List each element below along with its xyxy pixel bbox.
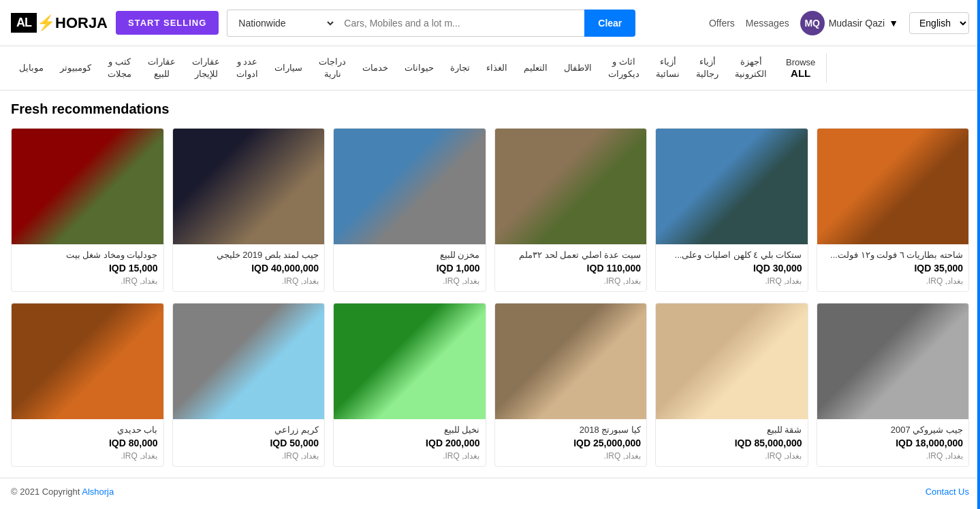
- avatar: MQ: [800, 11, 825, 35]
- product-title: شاحته بطاريات ٦ فولت و١٢ فولت...: [823, 250, 964, 260]
- product-image: [495, 129, 647, 244]
- product-price: IQD 15,000: [17, 263, 158, 274]
- categories-nav: Browse ALL أجهزةالكترونية أزياءرجالية أز…: [0, 46, 980, 91]
- logo-icon: AL: [11, 13, 37, 33]
- product-location: بغداد, IRQ.: [823, 276, 964, 286]
- cat-cars[interactable]: سيارات: [266, 58, 311, 78]
- product-card[interactable]: شاحته بطاريات ٦ فولت و١٢ فولت... IQD 35,…: [817, 128, 970, 292]
- brand-link[interactable]: Alshorja: [82, 487, 114, 497]
- product-price: IQD 110,000: [501, 263, 642, 274]
- cat-food[interactable]: الغذاء: [478, 58, 516, 78]
- product-image: [173, 303, 325, 419]
- cat-books[interactable]: كتب ومجلات: [99, 52, 140, 84]
- product-info: جودليات ومخاد شغل بيت IQD 15,000 بغداد, …: [12, 244, 163, 291]
- product-card[interactable]: باب حديدي IQD 80,000 بغداد, IRQ.: [11, 303, 164, 467]
- product-info: كريم زراعي IQD 50,000 بغداد, IRQ.: [173, 419, 325, 466]
- cat-mobiles[interactable]: موبايل: [11, 58, 52, 78]
- product-location: بغداد, IRQ.: [501, 451, 642, 461]
- browse-label: Browse: [786, 57, 815, 67]
- product-price: IQD 80,000: [17, 438, 158, 448]
- cat-mens-fashion[interactable]: أزياءرجالية: [688, 52, 727, 84]
- product-title: كريم زراعي: [178, 425, 319, 435]
- product-card[interactable]: كريم زراعي IQD 50,000 بغداد, IRQ.: [172, 303, 326, 467]
- scroll-accent: [977, 0, 980, 505]
- browse-all-button[interactable]: Browse ALL: [775, 53, 827, 83]
- product-location: بغداد, IRQ.: [661, 276, 802, 286]
- product-image: [334, 303, 486, 419]
- footer: © 2021 Copyright Alshorja Contact Us: [0, 478, 980, 505]
- product-title: ستكات بلي ٤ كلهن اصليات وعلى...: [661, 250, 802, 260]
- user-name: Mudasir Qazi: [829, 18, 885, 29]
- product-price: IQD 40,000,000: [178, 263, 319, 274]
- cat-motorcycles[interactable]: دراجاتنارية: [311, 52, 354, 84]
- cat-electronics[interactable]: أجهزةالكترونية: [727, 52, 775, 84]
- all-label: ALL: [791, 67, 810, 79]
- product-location: بغداد, IRQ.: [661, 451, 802, 461]
- logo[interactable]: AL ⚡HORJA: [11, 13, 108, 33]
- search-input[interactable]: [336, 10, 584, 37]
- cat-kids[interactable]: الاطفال: [556, 58, 600, 78]
- product-location: بغداد, IRQ.: [178, 451, 319, 461]
- product-card[interactable]: شقة للبيع IQD 85,000,000 بغداد, IRQ.: [655, 303, 808, 467]
- product-card[interactable]: سيت عدة اصلي تعمل لحد ٣٢ملم IQD 110,000 …: [494, 128, 648, 292]
- cat-education[interactable]: التعليم: [516, 58, 556, 78]
- product-title: مخزن للبيع: [339, 250, 480, 260]
- cat-animals[interactable]: حيوانات: [396, 58, 442, 78]
- product-price: IQD 50,000: [178, 438, 319, 448]
- product-title: باب حديدي: [17, 425, 158, 435]
- product-location: بغداد, IRQ.: [339, 451, 480, 461]
- messages-link[interactable]: Messages: [746, 18, 789, 29]
- product-image: [173, 129, 325, 244]
- products-grid-row2: باب حديدي IQD 80,000 بغداد, IRQ. كريم زر…: [11, 303, 969, 467]
- product-info: نخيل للبيع IQD 200,000 بغداد, IRQ.: [334, 419, 486, 466]
- product-card[interactable]: كيا سبورتج 2018 IQD 25,000,000 بغداد, IR…: [494, 303, 648, 467]
- product-info: كيا سبورتج 2018 IQD 25,000,000 بغداد, IR…: [495, 419, 647, 466]
- product-image: [495, 303, 647, 419]
- product-location: بغداد, IRQ.: [17, 276, 158, 286]
- clear-button[interactable]: Clear: [584, 10, 635, 37]
- product-title: جيب لمتد بلص 2019 خليجي: [178, 250, 319, 260]
- offers-link[interactable]: Offers: [709, 18, 735, 29]
- copyright-text: © 2021 Copyright Alshorja: [11, 487, 114, 497]
- user-area[interactable]: MQ Mudasir Qazi ▼: [800, 11, 898, 35]
- product-location: بغداد, IRQ.: [823, 451, 964, 461]
- cat-computers[interactable]: كومبيوتر: [52, 58, 99, 78]
- header-right: Offers Messages MQ Mudasir Qazi ▼ Englis…: [709, 11, 969, 35]
- product-image: [656, 303, 808, 419]
- product-location: بغداد, IRQ.: [17, 451, 158, 461]
- product-info: سيت عدة اصلي تعمل لحد ٣٢ملم IQD 110,000 …: [495, 244, 647, 291]
- product-location: بغداد, IRQ.: [178, 276, 319, 286]
- location-select[interactable]: Nationwide: [227, 10, 336, 37]
- product-info: شقة للبيع IQD 85,000,000 بغداد, IRQ.: [656, 419, 808, 466]
- product-image: [656, 129, 808, 244]
- product-info: مخزن للبيع IQD 1,000 بغداد, IRQ.: [334, 244, 486, 291]
- product-image: [817, 129, 969, 244]
- product-card[interactable]: مخزن للبيع IQD 1,000 بغداد, IRQ.: [333, 128, 486, 292]
- cat-womens-fashion[interactable]: أزياءنسائية: [648, 52, 688, 84]
- cat-rent[interactable]: عقاراتللإيجار: [184, 52, 228, 84]
- cat-property-sale[interactable]: عقاراتللبيع: [140, 52, 184, 84]
- product-card[interactable]: جيب لمتد بلص 2019 خليجي IQD 40,000,000 ب…: [172, 128, 326, 292]
- product-card[interactable]: نخيل للبيع IQD 200,000 بغداد, IRQ.: [333, 303, 486, 467]
- product-title: جودليات ومخاد شغل بيت: [17, 250, 158, 260]
- product-price: IQD 30,000: [661, 263, 802, 274]
- product-price: IQD 1,000: [339, 263, 480, 274]
- product-image: [12, 129, 163, 244]
- cat-tools[interactable]: عدد وادوات: [228, 52, 266, 84]
- cat-furniture[interactable]: اثاث وديكورات: [600, 52, 648, 84]
- cat-trade[interactable]: تجارة: [442, 58, 478, 78]
- product-card[interactable]: جودليات ومخاد شغل بيت IQD 15,000 بغداد, …: [11, 128, 164, 292]
- product-title: نخيل للبيع: [339, 425, 480, 435]
- logo-text: ⚡HORJA: [37, 14, 108, 32]
- product-info: جيب لمتد بلص 2019 خليجي IQD 40,000,000 ب…: [173, 244, 325, 291]
- contact-link[interactable]: Contact Us: [926, 487, 969, 497]
- language-select[interactable]: EnglishArabic: [909, 12, 969, 34]
- cat-services[interactable]: خدمات: [354, 58, 396, 78]
- product-location: بغداد, IRQ.: [501, 276, 642, 286]
- product-price: IQD 85,000,000: [661, 438, 802, 448]
- main-content: Fresh recommendations جودليات ومخاد شغل …: [0, 91, 980, 467]
- product-title: جيب شيروكي 2007: [823, 425, 964, 435]
- product-card[interactable]: جيب شيروكي 2007 IQD 18,000,000 بغداد, IR…: [817, 303, 970, 467]
- start-selling-button[interactable]: START SELLING: [116, 11, 219, 35]
- product-card[interactable]: ستكات بلي ٤ كلهن اصليات وعلى... IQD 30,0…: [655, 128, 808, 292]
